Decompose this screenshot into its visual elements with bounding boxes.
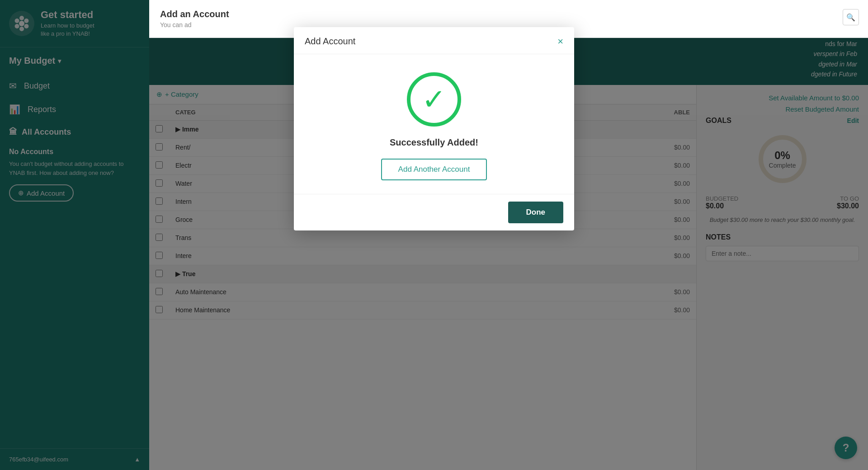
add-account-modal: Add Account × ✓ Successfully Added! Add … — [294, 27, 574, 230]
add-another-account-button[interactable]: Add Another Account — [381, 159, 487, 180]
success-text: Successfully Added! — [390, 137, 478, 148]
done-button[interactable]: Done — [508, 202, 564, 223]
success-circle: ✓ — [407, 72, 461, 127]
search-icon-btn[interactable]: 🔍 — [843, 9, 859, 25]
modal-title: Add Account — [305, 36, 355, 47]
modal-close-button[interactable]: × — [557, 37, 563, 47]
modal-overlay: Add an Account You can ad 🔍 Add Account … — [0, 0, 868, 470]
search-icon: 🔍 — [846, 13, 855, 22]
check-mark-icon: ✓ — [422, 85, 446, 114]
modal-body: ✓ Successfully Added! Add Another Accoun… — [294, 54, 574, 194]
add-account-panel-title: Add an Account — [160, 9, 857, 19]
modal-footer: Done — [294, 194, 574, 230]
modal-header: Add Account × — [294, 27, 574, 54]
